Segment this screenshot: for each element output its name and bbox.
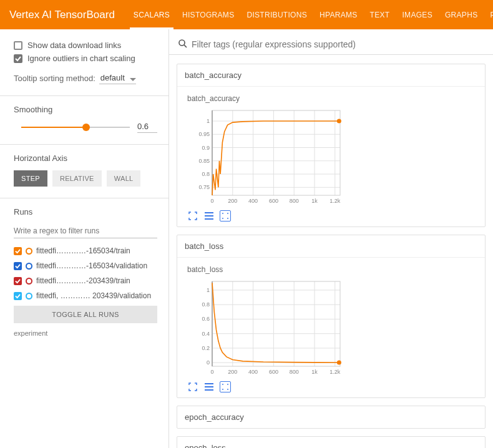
tab-text[interactable]: TEXT — [364, 0, 396, 29]
experiment-label: experiment — [14, 329, 157, 337]
svg-text:1k: 1k — [311, 369, 318, 375]
svg-rect-51 — [212, 281, 340, 366]
tab-hparams[interactable]: HPARAMS — [313, 0, 364, 29]
axis-wall-button[interactable]: WALL — [107, 170, 141, 187]
chart-title: batch_loss — [187, 265, 479, 274]
run-item[interactable]: fittedfi…………-165034/validation — [14, 258, 157, 273]
tab-histograms[interactable]: HISTOGRAMS — [176, 0, 240, 29]
smoothing-slider[interactable] — [21, 127, 130, 128]
svg-text:0.6: 0.6 — [202, 316, 210, 322]
tab-images[interactable]: IMAGES — [396, 0, 438, 29]
app-title: Vertex AI TensorBoard — [9, 9, 115, 21]
svg-text:0.95: 0.95 — [198, 131, 210, 137]
svg-text:1.2k: 1.2k — [329, 369, 341, 375]
svg-text:0.4: 0.4 — [202, 331, 210, 337]
chart-card: batch_accuracy0.750.80.850.90.9510200400… — [177, 87, 485, 226]
svg-point-73 — [227, 389, 228, 390]
ignore-outliers-option[interactable]: Ignore outliers in chart scaling — [14, 54, 157, 63]
chart-card: batch_loss00.20.40.60.8102004006008001k1… — [177, 258, 485, 397]
svg-line-1 — [184, 45, 187, 47]
svg-point-17 — [337, 119, 341, 124]
svg-text:0: 0 — [210, 369, 213, 375]
svg-text:1k: 1k — [311, 198, 318, 204]
scalar-panel: batch_accuracybatch_accuracy0.750.80.850… — [177, 64, 486, 227]
svg-point-0 — [179, 40, 185, 46]
svg-text:1.2k: 1.2k — [329, 198, 341, 204]
tag-filter-input[interactable] — [192, 38, 484, 51]
tooltip-sort-value: default — [100, 73, 125, 82]
content-area: batch_accuracybatch_accuracy0.750.80.850… — [169, 29, 493, 448]
svg-text:400: 400 — [248, 369, 258, 375]
sidebar: Show data download links Ignore outliers… — [0, 29, 169, 448]
svg-text:0: 0 — [207, 359, 210, 366]
svg-point-34 — [222, 213, 223, 214]
svg-point-36 — [222, 218, 223, 219]
svg-point-35 — [227, 213, 228, 214]
svg-text:0.2: 0.2 — [202, 345, 210, 351]
runs-filter-input[interactable] — [14, 224, 157, 238]
run-color-icon — [26, 248, 32, 255]
panel-header[interactable]: epoch_loss — [177, 437, 485, 448]
checkbox-checked-icon — [14, 292, 22, 300]
svg-text:200: 200 — [228, 369, 237, 375]
chart-title: batch_accuracy — [187, 94, 479, 103]
scalar-panel: batch_lossbatch_loss00.20.40.60.81020040… — [177, 235, 486, 398]
fit-domain-icon[interactable] — [220, 210, 231, 222]
fullscreen-icon[interactable] — [187, 381, 198, 392]
tab-profile[interactable]: PROFILE — [484, 0, 493, 29]
show-download-label: Show data download links — [27, 41, 157, 50]
horizontal-axis-label: Horizontal Axis — [14, 153, 157, 163]
run-color-icon — [26, 263, 32, 270]
checkbox-checked-icon — [14, 262, 22, 270]
svg-text:0.8: 0.8 — [202, 171, 210, 177]
run-label: fittedfi…………-203439/train — [36, 276, 157, 285]
fullscreen-icon[interactable] — [187, 210, 198, 222]
svg-point-72 — [222, 389, 223, 390]
svg-text:0.75: 0.75 — [198, 184, 210, 190]
run-item[interactable]: fittedfi, ………… 203439/validation — [14, 288, 157, 303]
svg-point-37 — [227, 218, 228, 219]
checkbox-checked-icon — [14, 54, 22, 63]
list-icon[interactable] — [203, 381, 215, 392]
chevron-down-icon — [130, 74, 136, 84]
run-label: fittedfi…………-165034/validation — [36, 261, 157, 270]
show-download-option[interactable]: Show data download links — [14, 41, 157, 50]
run-color-icon — [26, 278, 32, 285]
toggle-all-runs-button[interactable]: TOGGLE ALL RUNS — [14, 306, 157, 323]
fit-domain-icon[interactable] — [220, 381, 231, 392]
chart-plot: 00.20.40.60.8102004006008001k1.2k — [187, 278, 346, 377]
svg-text:200: 200 — [228, 198, 237, 204]
smoothing-label: Smoothing — [14, 105, 157, 114]
panel-header[interactable]: epoch_accuracy — [177, 406, 485, 428]
smoothing-value-input[interactable]: 0.6 — [137, 122, 157, 133]
tab-distributions[interactable]: DISTRIBUTIONS — [240, 0, 313, 29]
run-item[interactable]: fittedfi…………-165034/train — [14, 243, 157, 258]
axis-step-button[interactable]: STEP — [14, 170, 47, 187]
panel-header[interactable]: batch_loss — [177, 235, 485, 258]
svg-text:400: 400 — [248, 198, 258, 204]
svg-point-53 — [337, 360, 341, 364]
tooltip-sort-select[interactable]: default — [99, 72, 136, 84]
svg-text:0.9: 0.9 — [202, 145, 210, 151]
svg-text:800: 800 — [290, 369, 299, 375]
nav-tabs: SCALARSHISTOGRAMSDISTRIBUTIONSHPARAMSTEX… — [127, 0, 493, 29]
list-icon[interactable] — [203, 210, 215, 222]
run-item[interactable]: fittedfi…………-203439/train — [14, 273, 157, 288]
checkbox-checked-icon — [14, 277, 22, 285]
svg-text:1: 1 — [207, 287, 210, 293]
scalar-panel: epoch_accuracy — [177, 406, 486, 429]
panel-header[interactable]: batch_accuracy — [177, 64, 485, 87]
run-label: fittedfi, ………… 203439/validation — [36, 291, 157, 300]
svg-point-71 — [227, 384, 228, 385]
run-color-icon — [26, 293, 32, 299]
scalar-panel: epoch_loss — [177, 436, 486, 448]
svg-text:600: 600 — [269, 369, 278, 375]
svg-text:0.85: 0.85 — [198, 158, 210, 164]
checkbox-checked-icon — [14, 247, 22, 255]
tab-graphs[interactable]: GRAPHS — [439, 0, 484, 29]
tab-scalars[interactable]: SCALARS — [127, 0, 176, 29]
checkbox-unchecked-icon — [14, 41, 22, 50]
axis-relative-button[interactable]: RELATIVE — [52, 170, 102, 187]
runs-label: Runs — [14, 207, 157, 217]
svg-text:800: 800 — [290, 198, 299, 204]
